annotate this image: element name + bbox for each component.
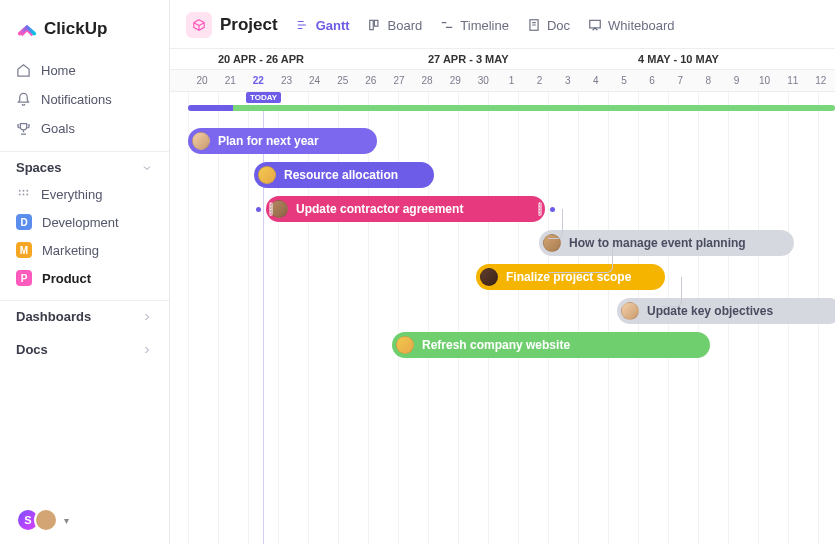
trophy-icon (16, 121, 31, 136)
spaces-header[interactable]: Spaces (0, 151, 169, 181)
space-badge: M (16, 242, 32, 258)
day-cell: 10 (751, 70, 779, 91)
nav-notifications-label: Notifications (41, 92, 112, 107)
day-cell: 9 (722, 70, 750, 91)
dependency-link (548, 243, 613, 273)
day-cell: 21 (216, 70, 244, 91)
space-everything-label: Everything (41, 187, 102, 202)
avatar (621, 302, 639, 320)
dashboards-header[interactable]: Dashboards (0, 300, 169, 330)
user-cluster[interactable]: S ▾ (0, 508, 169, 532)
project-title[interactable]: Project (186, 12, 278, 38)
chevron-right-icon (141, 311, 153, 323)
day-cell: 23 (272, 70, 300, 91)
nav-home[interactable]: Home (0, 56, 169, 85)
logo[interactable]: ClickUp (0, 18, 169, 56)
svg-point-1 (23, 190, 25, 192)
clickup-logo-icon (16, 18, 38, 40)
view-timeline[interactable]: Timeline (440, 18, 509, 33)
day-cell: 6 (638, 70, 666, 91)
svg-rect-7 (374, 20, 378, 26)
day-cell: 4 (582, 70, 610, 91)
timeline-icon (440, 18, 454, 32)
chevron-down-icon (141, 162, 153, 174)
svg-point-5 (26, 194, 28, 196)
week-label: 20 APR - 26 APR (218, 49, 304, 65)
nav-notifications[interactable]: Notifications (0, 85, 169, 114)
logo-text: ClickUp (44, 19, 107, 39)
space-label: Marketing (42, 243, 99, 258)
drag-handle-icon[interactable] (269, 202, 273, 216)
space-label: Product (42, 271, 91, 286)
gantt-bar[interactable]: Resource allocation (254, 162, 434, 188)
day-cell: 3 (554, 70, 582, 91)
avatar (396, 336, 414, 354)
day-cell: 24 (301, 70, 329, 91)
whiteboard-icon (588, 18, 602, 32)
today-badge: TODAY (246, 92, 281, 103)
svg-point-2 (26, 190, 28, 192)
dependency-link (662, 277, 682, 307)
day-cell: 30 (469, 70, 497, 91)
day-header-row: 2021222324252627282930123456789101112 (170, 70, 835, 92)
svg-point-3 (19, 194, 21, 196)
view-gantt[interactable]: Gantt (296, 18, 350, 33)
day-cell: 27 (385, 70, 413, 91)
sidebar-item-marketing[interactable]: MMarketing (0, 236, 169, 264)
sidebar-item-product[interactable]: PProduct (0, 264, 169, 292)
svg-point-4 (23, 194, 25, 196)
drag-handle-icon[interactable] (538, 202, 542, 216)
space-everything[interactable]: Everything (0, 181, 169, 208)
svg-point-0 (19, 190, 21, 192)
day-cell: 7 (666, 70, 694, 91)
day-cell: 29 (441, 70, 469, 91)
link-dot[interactable] (256, 207, 261, 212)
view-board[interactable]: Board (368, 18, 423, 33)
grid-dots-icon (16, 187, 31, 202)
chevron-right-icon (141, 344, 153, 356)
chevron-down-icon: ▾ (64, 515, 69, 526)
day-cell: 2 (526, 70, 554, 91)
sidebar-item-development[interactable]: DDevelopment (0, 208, 169, 236)
gantt-bar[interactable]: Plan for next year (188, 128, 377, 154)
view-doc[interactable]: Doc (527, 18, 570, 33)
bell-icon (16, 92, 31, 107)
week-header-row: 20 APR - 26 APR27 APR - 3 MAY4 MAY - 10 … (170, 48, 835, 70)
avatar (34, 508, 58, 532)
task-label: Refresh company website (422, 338, 570, 352)
board-icon (368, 18, 382, 32)
dependency-link (548, 209, 563, 239)
avatar (258, 166, 276, 184)
day-cell: 8 (694, 70, 722, 91)
topbar: Project Gantt Board Timeline Doc Whitebo… (170, 0, 835, 48)
nav-goals-label: Goals (41, 121, 75, 136)
task-label: Resource allocation (284, 168, 398, 182)
day-cell: 11 (779, 70, 807, 91)
docs-header[interactable]: Docs (0, 334, 169, 363)
gantt-bar[interactable]: Update key objectives (617, 298, 835, 324)
gantt-icon (296, 18, 310, 32)
gantt-bar[interactable]: Update contractor agreement (266, 196, 545, 222)
day-cell: 26 (357, 70, 385, 91)
day-cell: 28 (413, 70, 441, 91)
nav-home-label: Home (41, 63, 76, 78)
week-label: 4 MAY - 10 MAY (638, 49, 719, 65)
week-label: 27 APR - 3 MAY (428, 49, 509, 65)
day-cell: 5 (610, 70, 638, 91)
day-cell: 25 (329, 70, 357, 91)
space-badge: D (16, 214, 32, 230)
space-label: Development (42, 215, 119, 230)
cube-icon (186, 12, 212, 38)
day-cell: 20 (188, 70, 216, 91)
doc-icon (527, 18, 541, 32)
day-cell: 22 (244, 70, 272, 91)
avatar (480, 268, 498, 286)
avatar (192, 132, 210, 150)
space-badge: P (16, 270, 32, 286)
task-label: Update contractor agreement (296, 202, 463, 216)
gantt-bar[interactable]: Refresh company website (392, 332, 710, 358)
nav-goals[interactable]: Goals (0, 114, 169, 143)
task-label: Plan for next year (218, 134, 319, 148)
view-whiteboard[interactable]: Whiteboard (588, 18, 674, 33)
overall-progress (188, 105, 835, 111)
